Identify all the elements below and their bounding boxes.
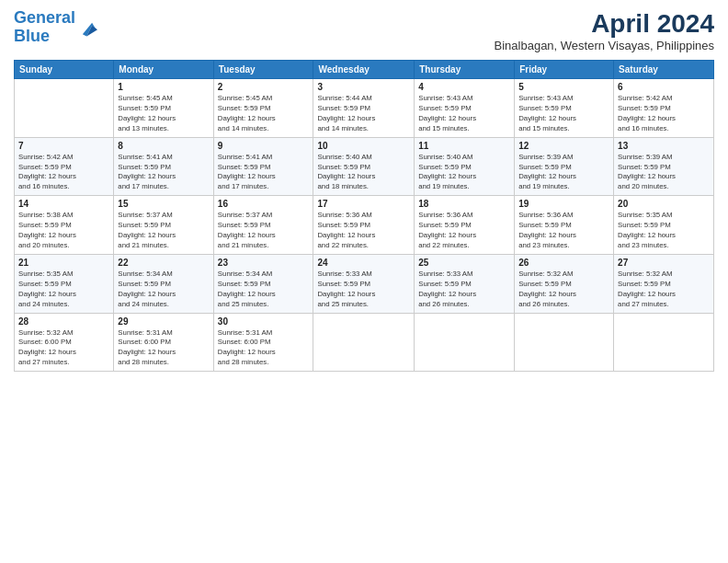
day-number: 7 [18, 141, 109, 151]
week-row-2: 7Sunrise: 5:42 AM Sunset: 5:59 PM Daylig… [15, 137, 714, 196]
day-number: 24 [317, 258, 410, 268]
calendar-cell: 21Sunrise: 5:35 AM Sunset: 5:59 PM Dayli… [15, 254, 114, 313]
day-number: 20 [618, 199, 710, 209]
logo-blue: Blue [14, 27, 50, 45]
day-info: Sunrise: 5:35 AM Sunset: 5:59 PM Dayligh… [618, 211, 710, 251]
day-number: 30 [218, 316, 310, 327]
day-number: 2 [218, 82, 310, 92]
day-info: Sunrise: 5:32 AM Sunset: 5:59 PM Dayligh… [618, 270, 710, 310]
day-info: Sunrise: 5:38 AM Sunset: 5:59 PM Dayligh… [18, 211, 109, 251]
day-info: Sunrise: 5:43 AM Sunset: 5:59 PM Dayligh… [518, 94, 609, 134]
calendar-cell: 11Sunrise: 5:40 AM Sunset: 5:59 PM Dayli… [415, 137, 515, 196]
calendar-cell: 2Sunrise: 5:45 AM Sunset: 5:59 PM Daylig… [213, 79, 313, 138]
day-number: 4 [418, 82, 510, 92]
calendar-cell: 6Sunrise: 5:42 AM Sunset: 5:59 PM Daylig… [614, 79, 714, 138]
logo: General Blue [14, 9, 97, 46]
weekday-header-friday: Friday [515, 61, 614, 79]
day-info: Sunrise: 5:36 AM Sunset: 5:59 PM Dayligh… [518, 211, 609, 251]
calendar-cell [515, 313, 614, 372]
day-info: Sunrise: 5:40 AM Sunset: 5:59 PM Dayligh… [317, 153, 410, 193]
calendar-cell: 29Sunrise: 5:31 AM Sunset: 6:00 PM Dayli… [114, 313, 213, 372]
weekday-header-row: SundayMondayTuesdayWednesdayThursdayFrid… [15, 61, 714, 79]
day-number: 5 [518, 82, 609, 92]
day-number: 15 [118, 199, 209, 209]
calendar-cell: 25Sunrise: 5:33 AM Sunset: 5:59 PM Dayli… [415, 254, 515, 313]
calendar-cell: 30Sunrise: 5:31 AM Sunset: 6:00 PM Dayli… [213, 313, 313, 372]
calendar-cell: 12Sunrise: 5:39 AM Sunset: 5:59 PM Dayli… [515, 137, 614, 196]
calendar-cell: 22Sunrise: 5:34 AM Sunset: 5:59 PM Dayli… [114, 254, 213, 313]
day-info: Sunrise: 5:41 AM Sunset: 5:59 PM Dayligh… [118, 153, 209, 193]
logo-text: General Blue [14, 9, 75, 46]
day-info: Sunrise: 5:42 AM Sunset: 5:59 PM Dayligh… [18, 153, 109, 193]
calendar-cell: 9Sunrise: 5:41 AM Sunset: 5:59 PM Daylig… [213, 137, 313, 196]
weekday-header-tuesday: Tuesday [213, 61, 313, 79]
day-info: Sunrise: 5:43 AM Sunset: 5:59 PM Dayligh… [418, 94, 510, 134]
day-number: 18 [418, 199, 510, 209]
day-info: Sunrise: 5:31 AM Sunset: 6:00 PM Dayligh… [118, 328, 209, 369]
day-number: 21 [18, 258, 109, 268]
weekday-header-wednesday: Wednesday [313, 61, 415, 79]
day-number: 11 [418, 141, 510, 151]
calendar-cell: 10Sunrise: 5:40 AM Sunset: 5:59 PM Dayli… [313, 137, 415, 196]
day-info: Sunrise: 5:42 AM Sunset: 5:59 PM Dayligh… [618, 94, 710, 134]
day-number: 13 [618, 141, 710, 151]
calendar-cell [415, 313, 515, 372]
calendar-cell: 16Sunrise: 5:37 AM Sunset: 5:59 PM Dayli… [213, 196, 313, 255]
calendar-cell: 1Sunrise: 5:45 AM Sunset: 5:59 PM Daylig… [114, 79, 213, 138]
calendar-table: SundayMondayTuesdayWednesdayThursdayFrid… [14, 60, 714, 372]
day-number: 28 [18, 316, 109, 327]
day-info: Sunrise: 5:33 AM Sunset: 5:59 PM Dayligh… [418, 270, 510, 310]
calendar-cell: 15Sunrise: 5:37 AM Sunset: 5:59 PM Dayli… [114, 196, 213, 255]
day-info: Sunrise: 5:34 AM Sunset: 5:59 PM Dayligh… [118, 270, 209, 310]
calendar-cell: 18Sunrise: 5:36 AM Sunset: 5:59 PM Dayli… [415, 196, 515, 255]
weekday-header-monday: Monday [114, 61, 213, 79]
page: General Blue April 2024 Binalbagan, West… [0, 0, 728, 563]
day-info: Sunrise: 5:45 AM Sunset: 5:59 PM Dayligh… [218, 94, 310, 134]
calendar-cell: 19Sunrise: 5:36 AM Sunset: 5:59 PM Dayli… [515, 196, 614, 255]
logo-general: General [14, 8, 75, 27]
calendar-cell [614, 313, 714, 372]
calendar-cell: 23Sunrise: 5:34 AM Sunset: 5:59 PM Dayli… [213, 254, 313, 313]
day-number: 17 [317, 199, 410, 209]
week-row-5: 28Sunrise: 5:32 AM Sunset: 6:00 PM Dayli… [15, 313, 714, 372]
day-number: 1 [118, 82, 209, 92]
day-number: 9 [218, 141, 310, 151]
day-number: 26 [518, 258, 609, 268]
title-block: April 2024 Binalbagan, Western Visayas, … [495, 9, 714, 52]
day-info: Sunrise: 5:44 AM Sunset: 5:59 PM Dayligh… [317, 94, 410, 134]
calendar-cell: 8Sunrise: 5:41 AM Sunset: 5:59 PM Daylig… [114, 137, 213, 196]
day-number: 25 [418, 258, 510, 268]
calendar-cell: 28Sunrise: 5:32 AM Sunset: 6:00 PM Dayli… [15, 313, 114, 372]
day-info: Sunrise: 5:32 AM Sunset: 6:00 PM Dayligh… [18, 328, 109, 369]
calendar-cell: 7Sunrise: 5:42 AM Sunset: 5:59 PM Daylig… [15, 137, 114, 196]
day-number: 14 [18, 199, 109, 209]
weekday-header-sunday: Sunday [15, 61, 114, 79]
calendar-cell: 14Sunrise: 5:38 AM Sunset: 5:59 PM Dayli… [15, 196, 114, 255]
calendar-cell: 3Sunrise: 5:44 AM Sunset: 5:59 PM Daylig… [313, 79, 415, 138]
day-number: 23 [218, 258, 310, 268]
calendar-cell: 26Sunrise: 5:32 AM Sunset: 5:59 PM Dayli… [515, 254, 614, 313]
day-info: Sunrise: 5:45 AM Sunset: 5:59 PM Dayligh… [118, 94, 209, 134]
day-info: Sunrise: 5:37 AM Sunset: 5:59 PM Dayligh… [118, 211, 209, 251]
day-info: Sunrise: 5:33 AM Sunset: 5:59 PM Dayligh… [317, 270, 410, 310]
week-row-3: 14Sunrise: 5:38 AM Sunset: 5:59 PM Dayli… [15, 196, 714, 255]
day-number: 22 [118, 258, 209, 268]
day-number: 6 [618, 82, 710, 92]
calendar-cell: 4Sunrise: 5:43 AM Sunset: 5:59 PM Daylig… [415, 79, 515, 138]
calendar-cell: 13Sunrise: 5:39 AM Sunset: 5:59 PM Dayli… [614, 137, 714, 196]
calendar-cell [313, 313, 415, 372]
day-info: Sunrise: 5:37 AM Sunset: 5:59 PM Dayligh… [218, 211, 310, 251]
day-info: Sunrise: 5:32 AM Sunset: 5:59 PM Dayligh… [518, 270, 609, 310]
day-info: Sunrise: 5:36 AM Sunset: 5:59 PM Dayligh… [317, 211, 410, 251]
calendar-cell [15, 79, 114, 138]
day-number: 8 [118, 141, 209, 151]
day-info: Sunrise: 5:34 AM Sunset: 5:59 PM Dayligh… [218, 270, 310, 310]
week-row-4: 21Sunrise: 5:35 AM Sunset: 5:59 PM Dayli… [15, 254, 714, 313]
header: General Blue April 2024 Binalbagan, West… [14, 9, 714, 52]
day-number: 12 [518, 141, 609, 151]
day-info: Sunrise: 5:36 AM Sunset: 5:59 PM Dayligh… [418, 211, 510, 251]
week-row-1: 1Sunrise: 5:45 AM Sunset: 5:59 PM Daylig… [15, 79, 714, 138]
calendar-cell: 20Sunrise: 5:35 AM Sunset: 5:59 PM Dayli… [614, 196, 714, 255]
month-year: April 2024 [495, 9, 714, 39]
day-info: Sunrise: 5:41 AM Sunset: 5:59 PM Dayligh… [218, 153, 310, 193]
